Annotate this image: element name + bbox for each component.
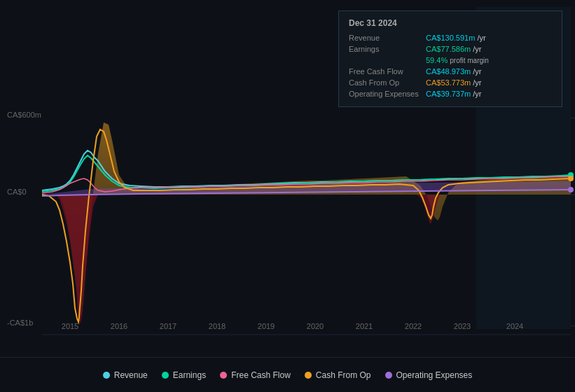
x-label-2015: 2015 xyxy=(62,322,78,330)
cashfromop-legend-label: Cash From Op xyxy=(316,370,371,380)
x-label-2020: 2020 xyxy=(307,322,324,330)
label-earnings: Earnings xyxy=(349,43,426,55)
opex-legend-label: Operating Expenses xyxy=(396,370,473,380)
label-fcf: Free Cash Flow xyxy=(349,66,426,77)
card-date: Dec 31 2024 xyxy=(349,18,552,28)
legend-item-cashfromop[interactable]: Cash From Op xyxy=(305,370,371,380)
value-revenue: CA$130.591m xyxy=(426,34,475,42)
label-revenue: Revenue xyxy=(349,32,426,43)
table-row: Cash From Op CA$53.773m /yr xyxy=(349,77,552,88)
card-table: Revenue CA$130.591m /yr Earnings CA$77.5… xyxy=(349,32,552,99)
legend-item-earnings[interactable]: Earnings xyxy=(162,370,206,380)
earnings-legend-label: Earnings xyxy=(173,370,206,380)
x-label-2017: 2017 xyxy=(160,322,176,330)
cashfromop-legend-dot xyxy=(305,372,312,379)
legend-item-revenue[interactable]: Revenue xyxy=(103,370,148,380)
table-row: Revenue CA$130.591m /yr xyxy=(349,32,552,43)
x-label-2016: 2016 xyxy=(111,322,127,330)
x-label-2019: 2019 xyxy=(258,322,275,330)
value-cashfromop: CA$53.773m xyxy=(426,78,471,87)
label-opex: Operating Expenses xyxy=(349,88,426,99)
value-opex: CA$39.737m xyxy=(426,90,471,98)
table-row: Earnings CA$77.586m /yr xyxy=(349,43,552,55)
table-row-margin: 59.4% profit margin xyxy=(349,55,552,66)
label-cashfromop: Cash From Op xyxy=(349,77,426,88)
opex-dot xyxy=(568,187,574,192)
table-row: Operating Expenses CA$39.737m /yr xyxy=(349,88,552,99)
x-label-2022: 2022 xyxy=(405,322,422,330)
cashfromop-dot xyxy=(568,176,574,181)
x-label-2023: 2023 xyxy=(454,322,471,330)
x-label-2024: 2024 xyxy=(506,322,523,330)
revenue-legend-dot xyxy=(103,372,110,379)
earnings-legend-dot xyxy=(162,372,169,379)
table-row: Free Cash Flow CA$48.973m /yr xyxy=(349,66,552,77)
legend: Revenue Earnings Free Cash Flow Cash Fro… xyxy=(0,357,575,392)
fcf-legend-label: Free Cash Flow xyxy=(231,370,291,380)
revenue-legend-label: Revenue xyxy=(114,370,148,380)
legend-item-opex[interactable]: Operating Expenses xyxy=(385,370,473,380)
value-earnings: CA$77.586m xyxy=(426,45,471,53)
legend-item-fcf[interactable]: Free Cash Flow xyxy=(220,370,291,380)
value-fcf: CA$48.973m xyxy=(426,67,471,76)
x-label-2018: 2018 xyxy=(209,322,226,330)
x-label-2021: 2021 xyxy=(356,322,373,330)
info-card: Dec 31 2024 Revenue CA$130.591m /yr Earn… xyxy=(338,10,562,107)
fcf-legend-dot xyxy=(220,372,227,379)
opex-legend-dot xyxy=(385,372,392,379)
